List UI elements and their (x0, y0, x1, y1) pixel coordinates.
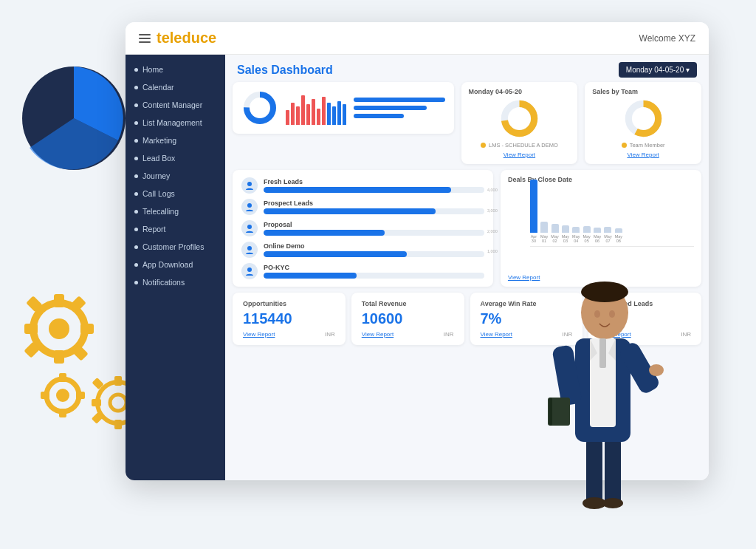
svg-point-37 (247, 267, 252, 272)
stat-view-report-2[interactable]: View Report (481, 331, 512, 338)
sidebar-label: Content Manager (142, 100, 202, 109)
legend-dot-lms (481, 143, 486, 148)
stat-title-2: Average Win Rate (481, 300, 573, 307)
lead-label-0: Fresh Leads (264, 178, 484, 185)
bar-group-6: May06 (594, 228, 601, 243)
bar-col-4 (572, 227, 580, 233)
lead-avatar-0 (241, 177, 258, 194)
bar-label-7: May07 (604, 234, 611, 243)
mini-bar-9 (332, 106, 336, 125)
lead-label-1: Prospect Leads (264, 200, 484, 207)
sidebar-item-report[interactable]: Report (126, 220, 225, 238)
mini-bar-3 (301, 95, 305, 125)
donut-chart-lms (499, 98, 540, 139)
bar-col-5 (583, 226, 591, 233)
stat-title-0: Opportunities (243, 300, 335, 307)
lead-bar-bg-2 (264, 230, 484, 236)
stat-value-1: 10600 (362, 310, 454, 327)
sidebar-item-journey[interactable]: Journey (126, 167, 225, 185)
lead-bar-fill-3 (264, 251, 407, 257)
middle-section: Fresh Leads Prospect Leads Propo (233, 170, 701, 287)
bottom-stats: Opportunities 115440 View Report INR Tot… (233, 293, 701, 345)
topbar-left: teleduce (139, 30, 216, 47)
sidebar-label: Lead Box (142, 154, 175, 163)
sidebar-item-notifications[interactable]: Notifications (126, 273, 225, 291)
bar-col-8 (615, 228, 622, 233)
lead-item-0: Fresh Leads (241, 177, 484, 194)
leads-section: Fresh Leads Prospect Leads Propo (233, 170, 493, 287)
sidebar-item-list-management[interactable]: List Management (126, 114, 225, 132)
logo-tele: tele (157, 30, 182, 46)
sidebar-dot (134, 68, 138, 72)
lead-avatar-1 (241, 199, 258, 215)
sidebar-label: Calendar (142, 83, 174, 92)
mini-bar-10 (337, 101, 341, 125)
sidebar-item-telecalling[interactable]: Telecalling (126, 202, 225, 220)
svg-rect-13 (59, 373, 66, 382)
lead-label-3: Online Demo (264, 242, 484, 250)
stat-value-2: 7% (481, 310, 573, 327)
dashboard-title: Sales Dashboard (237, 64, 333, 77)
sidebar-item-customer-profiles[interactable]: Customer Profiles (126, 238, 225, 256)
hamburger-menu[interactable] (139, 34, 151, 43)
svg-point-35 (247, 225, 252, 229)
view-report-sales[interactable]: View Report (627, 151, 659, 158)
lead-info-0: Fresh Leads (264, 178, 484, 193)
sidebar-item-app-download[interactable]: App Download (126, 256, 225, 273)
sidebar-dot (134, 121, 138, 125)
sidebar-dot (134, 281, 138, 284)
bar-label-0: Apr30 (531, 234, 537, 243)
lead-info-2: Proposal (264, 221, 484, 236)
y-label-4000: 4,000 (487, 188, 498, 192)
stat-card-1: Total Revenue 10600 View Report INR (351, 293, 464, 345)
mini-bar-6 (317, 109, 320, 125)
monitor-body: HomeCalendarContent ManagerList Manageme… (126, 55, 709, 480)
stat-currency-1: INR (444, 331, 454, 338)
date-badge[interactable]: Monday 04-05-20 ▾ (619, 62, 697, 78)
bar-label-3: May03 (562, 234, 569, 243)
small-donut-chart (241, 89, 278, 126)
stat-title-1: Total Revenue (362, 300, 454, 307)
svg-point-2 (49, 318, 69, 339)
mini-bar-5 (312, 99, 315, 125)
y-label-1000: 1,000 (487, 249, 498, 253)
stat-card-0: Opportunities 115440 View Report INR (233, 293, 346, 345)
stat-currency-0: INR (325, 331, 335, 338)
stat-view-report-0[interactable]: View Report (243, 331, 275, 338)
svg-point-18 (110, 395, 126, 411)
y-axis-labels: 4,000 3,000 2,000 1,000 (487, 188, 498, 270)
logo-duce: duce (182, 30, 216, 46)
mini-bar-11 (343, 104, 346, 125)
donut-card-lms: Monday 04-05-20 LMS - SCHEDULE A DEMO Vi… (461, 82, 578, 164)
donut-card-sales: Sales by Team Team Member View Report (585, 82, 701, 164)
bar-chart-area: Apr30 May01 May02 May03 May04 May05 May0… (530, 188, 694, 247)
donut-card-1-date: Monday 04-05-20 (469, 88, 523, 95)
sidebar-label: Marketing (142, 136, 176, 145)
svg-rect-14 (59, 409, 66, 417)
sidebar-item-call-logs[interactable]: Call Logs (126, 185, 225, 202)
svg-rect-20 (114, 420, 122, 429)
sidebar-label: Customer Profiles (142, 242, 204, 251)
svg-rect-19 (114, 376, 122, 386)
stat-view-report-1[interactable]: View Report (362, 331, 394, 338)
view-report-deals[interactable]: View Report (508, 274, 694, 281)
lead-bar-fill-2 (264, 230, 385, 236)
sidebar-item-home[interactable]: Home (126, 61, 225, 78)
bar-col-7 (604, 227, 611, 233)
stat-footer-2: View Report INR (481, 331, 573, 338)
sidebar-item-content-manager[interactable]: Content Manager (126, 96, 225, 114)
sidebar-item-lead-box[interactable]: Lead Box (126, 149, 225, 167)
lead-info-1: Prospect Leads (264, 200, 484, 214)
view-report-lms[interactable]: View Report (504, 151, 535, 158)
mini-bar-4 (306, 104, 310, 125)
stat-view-report-3[interactable]: View Report (599, 331, 630, 338)
deals-chart-card: Deals By Close Date 4,000 3,000 2,000 1,… (501, 170, 701, 287)
sidebar-item-marketing[interactable]: Marketing (126, 132, 225, 149)
donut-card-2-legend: Team Member (622, 142, 665, 149)
donut-card-2-title: Sales by Team (592, 88, 638, 95)
sidebar-item-calendar[interactable]: Calendar (126, 78, 225, 96)
svg-rect-6 (24, 324, 38, 334)
svg-point-34 (247, 203, 252, 208)
sidebar-label: Home (142, 65, 163, 74)
top-section: Monday 04-05-20 LMS - SCHEDULE A DEMO Vi… (233, 82, 701, 164)
